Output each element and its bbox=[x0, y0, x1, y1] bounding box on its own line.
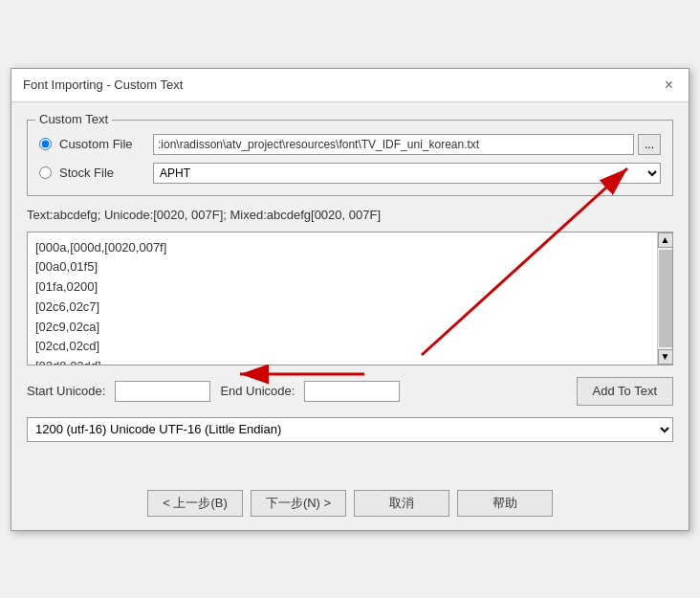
scroll-down-arrow[interactable]: ▼ bbox=[658, 349, 673, 365]
custom-file-row: Cusotom File ... bbox=[39, 134, 661, 155]
text-area-content[interactable]: [000a,[000d,[0020,007f][00a0,01f5][01fa,… bbox=[28, 233, 657, 365]
scrollbar[interactable]: ▲ ▼ bbox=[657, 233, 672, 365]
custom-file-label: Cusotom File bbox=[59, 137, 145, 151]
list-item: [02c6,02c7] bbox=[35, 298, 649, 318]
start-unicode-input[interactable] bbox=[115, 381, 210, 402]
list-item: [01fa,0200] bbox=[35, 277, 649, 298]
next-button[interactable]: 下一步(N) > bbox=[251, 490, 346, 517]
encoding-row: 1200 (utf-16) Unicode UTF-16 (Little End… bbox=[27, 417, 673, 442]
browse-button[interactable]: ... bbox=[638, 134, 661, 155]
stock-file-radio[interactable] bbox=[39, 166, 52, 179]
file-input-container: ... bbox=[153, 134, 661, 155]
stock-file-label: Stock File bbox=[59, 166, 145, 180]
list-item: [02d8,02dd] bbox=[35, 357, 649, 364]
scroll-thumb[interactable] bbox=[659, 250, 672, 347]
list-item: [02cd,02cd] bbox=[35, 337, 649, 357]
encoding-select[interactable]: 1200 (utf-16) Unicode UTF-16 (Little End… bbox=[27, 417, 673, 442]
cancel-button[interactable]: 取消 bbox=[354, 490, 449, 517]
stock-select-container: APHT bbox=[153, 163, 661, 184]
text-area-container: [000a,[000d,[0020,007f][00a0,01f5][01fa,… bbox=[27, 232, 673, 365]
list-item: [000a,[000d,[0020,007f] bbox=[35, 238, 649, 258]
stock-file-row: Stock File APHT bbox=[39, 163, 661, 184]
button-row: < 上一步(B) 下一步(N) > 取消 帮助 bbox=[11, 482, 689, 530]
list-item: [02c9,02ca] bbox=[35, 318, 649, 338]
scroll-up-arrow[interactable]: ▲ bbox=[658, 233, 673, 248]
end-unicode-label: End Unicode: bbox=[220, 384, 295, 398]
stock-file-select[interactable]: APHT bbox=[153, 163, 661, 184]
unicode-row: Start Unicode: End Unicode: Add To Text bbox=[27, 377, 673, 406]
help-button[interactable]: 帮助 bbox=[457, 490, 553, 517]
info-text: Text:abcdefg; Unicode:[0020, 007F]; Mixe… bbox=[27, 208, 673, 222]
file-path-input[interactable] bbox=[153, 134, 634, 155]
custom-text-group: Custom Text Cusotom File ... Stock F bbox=[27, 120, 673, 196]
list-item: [00a0,01f5] bbox=[35, 257, 649, 277]
title-bar: Font Importing - Custom Text × bbox=[11, 69, 689, 102]
start-unicode-label: Start Unicode: bbox=[27, 384, 105, 398]
end-unicode-input[interactable] bbox=[304, 381, 400, 402]
add-to-text-button[interactable]: Add To Text bbox=[577, 377, 673, 406]
custom-file-radio[interactable] bbox=[39, 138, 52, 150]
dialog-title: Font Importing - Custom Text bbox=[23, 78, 183, 92]
close-button[interactable]: × bbox=[661, 77, 677, 94]
back-button[interactable]: < 上一步(B) bbox=[147, 490, 243, 517]
group-legend: Custom Text bbox=[35, 112, 112, 126]
